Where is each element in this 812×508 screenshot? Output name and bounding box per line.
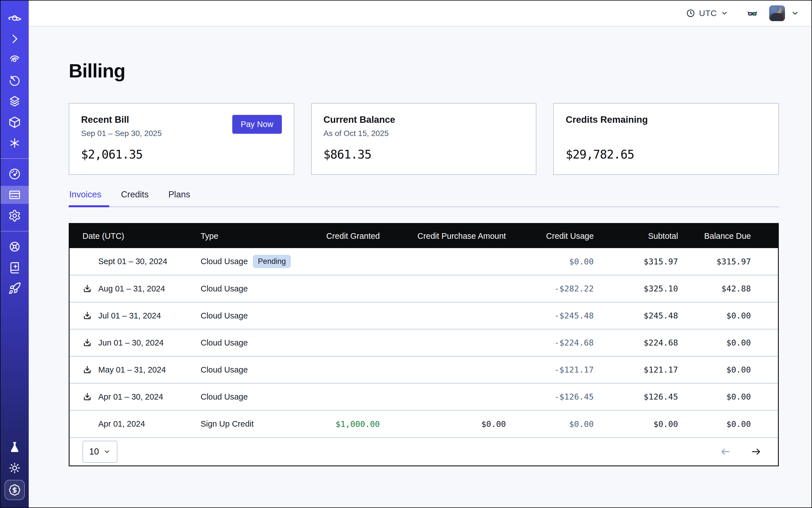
invoice-type-cell: Sign Up Credit — [201, 410, 296, 437]
subtotal-cell: $121.17 — [594, 356, 678, 383]
column-header: Credit Purchase Amount — [380, 224, 506, 248]
invoice-date-cell: Aug 01 – 31, 2024 — [70, 275, 201, 302]
sidebar-item-book-plus[interactable] — [1, 258, 29, 277]
main-content: Billing Recent Bill Sep 01 – Sep 30, 202… — [29, 27, 811, 507]
credit-usage-cell: -$121.17 — [506, 356, 594, 383]
dollar-badge-icon — [8, 484, 21, 496]
invoice-date: May 01 – 31, 2024 — [98, 365, 166, 375]
invoice-type: Cloud Usage — [201, 311, 248, 321]
subtotal-cell: $224.68 — [594, 329, 678, 356]
sidebar-item-cube[interactable] — [1, 113, 29, 131]
invoice-type-cell: Cloud UsagePending — [201, 248, 296, 275]
sun-icon — [8, 462, 21, 474]
sidebar-item-timer[interactable] — [1, 72, 29, 90]
planet-logo-icon — [8, 11, 21, 25]
column-header: Credit Granted — [296, 224, 380, 248]
download-invoice-button[interactable] — [83, 338, 92, 347]
credit-purchase-amount-cell — [380, 356, 506, 383]
next-page-button[interactable] — [750, 446, 762, 458]
credit-purchase-amount-cell — [380, 329, 506, 356]
download-icon — [83, 392, 92, 401]
rocket-icon — [8, 282, 21, 295]
previous-page-button[interactable] — [719, 446, 732, 458]
ship-wheel-icon — [8, 240, 21, 253]
card-subtitle: As of Oct 15, 2025 — [324, 129, 524, 138]
download-invoice-button[interactable] — [83, 311, 92, 321]
topbar: UTC — [29, 1, 811, 27]
invoice-date-cell: Jun 01 – 30, 2024 — [70, 329, 201, 356]
download-invoice-button[interactable] — [83, 284, 92, 293]
invoice-type: Sign Up Credit — [201, 419, 254, 429]
invoice-date: Sept 01 – 30, 2024 — [98, 257, 167, 266]
download-invoice-button[interactable] — [83, 365, 92, 375]
balance-due-cell: $0.00 — [678, 383, 778, 410]
invoice-row: Jul 01 – 31, 2024Cloud Usage-$245.48$245… — [70, 302, 778, 329]
invoice-date: Jun 01 – 30, 2024 — [98, 338, 164, 347]
balance-due-cell: $315.97 — [678, 248, 778, 275]
invoice-row: May 01 – 31, 2024Cloud Usage-$121.17$121… — [70, 356, 778, 383]
invoice-row: Jun 01 – 30, 2024Cloud Usage-$224.68$224… — [70, 329, 778, 356]
sidebar-item-layers[interactable] — [1, 92, 29, 111]
sidebar-item-gear[interactable] — [1, 207, 29, 225]
credit-purchase-amount-cell — [380, 275, 506, 302]
clock-icon — [686, 9, 695, 18]
download-icon — [83, 311, 92, 321]
card-subtitle — [566, 129, 766, 138]
credit-granted-cell — [296, 383, 380, 410]
invoice-type-cell: Cloud Usage — [201, 356, 296, 383]
credit-granted-cell — [296, 302, 380, 329]
cube-icon — [8, 116, 21, 129]
user-avatar[interactable] — [769, 5, 785, 21]
asterisk-icon — [8, 136, 21, 150]
sidebar-item-billing-card[interactable] — [1, 186, 29, 204]
balance-due-cell: $0.00 — [678, 356, 778, 383]
card-title: Credits Remaining — [566, 114, 766, 125]
sidebar-item-spiral-eye[interactable] — [1, 51, 29, 69]
page-size-select[interactable]: 10 — [83, 441, 117, 463]
sidebar-item-flask[interactable] — [1, 438, 29, 456]
invoice-date: Apr 01 – 30, 2024 — [98, 392, 163, 401]
book-plus-icon — [8, 261, 21, 274]
balance-due-cell: $0.00 — [678, 302, 778, 329]
download-icon — [83, 284, 92, 293]
tab-plans[interactable]: Plans — [166, 189, 193, 206]
invoice-row: Apr 01 – 30, 2024Cloud Usage-$126.45$126… — [70, 383, 778, 410]
sidebar-item-chevron-right[interactable] — [1, 30, 29, 48]
invoice-type: Cloud Usage — [201, 284, 248, 293]
credit-granted-cell: $1,000.00 — [296, 410, 380, 437]
tab-invoices[interactable]: Invoices — [69, 189, 104, 206]
download-invoice-button[interactable] — [83, 392, 92, 401]
subtotal-cell: $315.97 — [594, 248, 678, 275]
summary-cards: Recent Bill Sep 01 – Sep 30, 2025 $2,061… — [69, 103, 779, 175]
pay-now-button[interactable]: Pay Now — [232, 115, 282, 134]
credit-usage-cell: $0.00 — [506, 410, 594, 437]
column-header: Subtotal — [594, 224, 678, 248]
credit-usage-cell: -$224.68 — [506, 329, 594, 356]
timezone-selector[interactable]: UTC — [686, 8, 728, 18]
sidebar-item-rocket[interactable] — [1, 279, 29, 297]
credit-usage-cell: -$282.22 — [506, 275, 594, 302]
column-header: Date (UTC) — [70, 224, 201, 248]
column-header: Balance Due — [678, 224, 778, 248]
glasses-icon[interactable] — [747, 8, 758, 19]
invoice-date-cell: Apr 01, 2024 — [70, 410, 201, 437]
spiral-eye-icon — [8, 53, 21, 66]
invoice-date: Jul 01 – 31, 2024 — [98, 311, 161, 321]
sidebar-item-sun[interactable] — [1, 459, 29, 477]
sidebar-item-asterisk[interactable] — [1, 134, 29, 152]
invoice-date: Apr 01, 2024 — [98, 419, 145, 429]
credit-purchase-amount-cell — [380, 302, 506, 329]
credit-granted-cell — [296, 275, 380, 302]
sidebar-item-planet-logo[interactable] — [1, 9, 29, 27]
timer-icon — [8, 74, 21, 87]
sidebar-item-ship-wheel[interactable] — [1, 238, 29, 256]
recent-bill-amount: $2,061.35 — [81, 147, 282, 161]
current-balance-amount: $861.35 — [324, 147, 524, 161]
chevron-right-icon — [8, 32, 21, 45]
credit-usage-cell: -$245.48 — [506, 302, 594, 329]
tab-credits[interactable]: Credits — [118, 189, 152, 206]
account-menu-chevron-icon[interactable] — [791, 9, 799, 17]
sidebar-item-gauge[interactable] — [1, 165, 29, 183]
sidebar-item-dollar-badge[interactable] — [4, 480, 25, 500]
invoice-type-cell: Cloud Usage — [201, 329, 296, 356]
